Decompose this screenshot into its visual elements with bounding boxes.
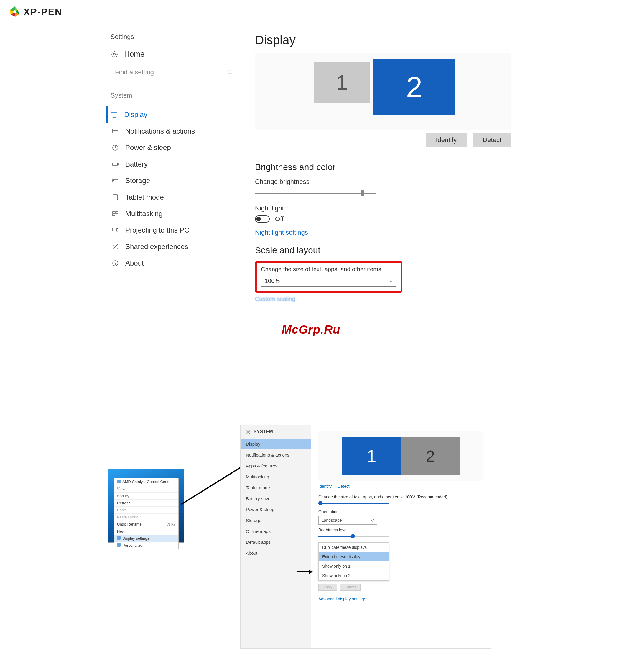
ctx-undo[interactable]: Undo RenameCtrl+Z <box>114 521 178 528</box>
brightness-slider[interactable] <box>255 189 376 198</box>
nav-shared-experiences[interactable]: Shared experiences <box>110 239 237 255</box>
monitor-1[interactable]: 1 <box>342 437 401 475</box>
brand-header: XP-PEN <box>0 0 622 21</box>
settings-title: Settings <box>110 33 237 41</box>
identify-button[interactable]: Identify <box>426 133 466 147</box>
sys-nav-display[interactable]: Display <box>241 438 311 450</box>
sys-nav-battery-saver[interactable]: Battery saver <box>241 493 311 504</box>
shared-icon <box>112 243 119 250</box>
projecting-icon <box>112 227 119 234</box>
sys-nav-storage[interactable]: Storage <box>241 515 311 526</box>
nav-power[interactable]: Power & sleep <box>110 139 237 156</box>
opt-show-1[interactable]: Show only on 1 <box>319 562 389 571</box>
gear-icon <box>245 429 250 434</box>
sys-nav-tablet-mode[interactable]: Tablet mode <box>241 482 311 493</box>
svg-line-3 <box>231 73 232 75</box>
identify-link[interactable]: Identify <box>318 484 332 489</box>
orientation-dropdown[interactable]: Landscape ▽ <box>318 516 377 525</box>
search-placeholder: Find a setting <box>115 68 154 76</box>
night-light-state: Off <box>275 215 284 223</box>
header-divider <box>9 21 613 21</box>
scale-label-2: Change the size of text, apps, and other… <box>318 495 483 499</box>
ctx-view[interactable]: View› <box>114 486 178 493</box>
multitasking-icon <box>112 210 119 217</box>
opt-extend[interactable]: Extend these displays <box>319 552 389 562</box>
sys-nav-default-apps[interactable]: Default apps <box>241 537 311 547</box>
svg-rect-4 <box>111 112 117 116</box>
chevron-down-icon: ▽ <box>389 279 393 283</box>
system-settings-window: SYSTEM Display Notifications & actions A… <box>240 425 491 649</box>
svg-rect-16 <box>113 212 115 213</box>
scale-dropdown[interactable]: 100% ▽ <box>261 275 396 287</box>
nav-display[interactable]: Display <box>106 106 237 123</box>
opt-duplicate[interactable]: Duplicate these displays <box>319 542 389 552</box>
multiple-displays-dropdown[interactable]: Duplicate these displays Extend these di… <box>318 542 389 580</box>
svg-rect-10 <box>112 163 117 165</box>
nav-storage[interactable]: Storage <box>110 172 237 189</box>
detect-link[interactable]: Detect <box>338 484 349 489</box>
personalize-icon <box>117 543 120 547</box>
ctx-display-settings[interactable]: Display settings <box>114 535 178 542</box>
svg-rect-11 <box>117 164 118 165</box>
brightness-slider-2[interactable] <box>318 534 389 538</box>
nav-projecting[interactable]: Projecting to this PC <box>110 222 237 239</box>
monitor-2[interactable]: 2 <box>401 437 460 475</box>
night-light-label: Night light <box>255 205 517 212</box>
sys-nav-notifications[interactable]: Notifications & actions <box>241 450 311 460</box>
monitor-1[interactable]: 1 <box>314 62 370 103</box>
ctx-refresh[interactable]: Refresh <box>114 500 178 507</box>
ctx-amd[interactable]: AMD Catalyst Control Center <box>114 479 178 486</box>
sys-nav-about[interactable]: About <box>241 547 311 559</box>
monitor-2[interactable]: 2 <box>373 59 455 115</box>
system-nav: Display Notifications & actions Power & … <box>110 106 237 272</box>
watermark: McGrp.Ru <box>0 323 622 336</box>
nav-notifications[interactable]: Notifications & actions <box>110 123 237 139</box>
display-arrangement-2[interactable]: 1 2 <box>318 431 483 481</box>
battery-icon <box>112 161 119 168</box>
search-input[interactable]: Find a setting <box>110 65 237 80</box>
pointer-arrow-icon <box>297 569 313 575</box>
svg-rect-6 <box>113 129 118 133</box>
display-icon <box>110 111 117 118</box>
svg-point-0 <box>13 10 16 13</box>
system-category: System <box>110 92 237 99</box>
advanced-display-settings-link[interactable]: Advanced display settings <box>318 597 483 601</box>
detect-button[interactable]: Detect <box>473 133 512 147</box>
ctx-sort[interactable]: Sort by› <box>114 493 178 500</box>
sys-nav-multitasking[interactable]: Multitasking <box>241 471 311 482</box>
display-arrangement[interactable]: 1 2 <box>255 53 512 130</box>
notifications-icon <box>112 128 119 135</box>
nav-about[interactable]: About <box>110 255 237 272</box>
svg-point-1 <box>113 53 115 55</box>
night-light-settings-link[interactable]: Night light settings <box>255 229 517 236</box>
ctx-new[interactable]: New› <box>114 528 178 535</box>
night-light-toggle[interactable] <box>255 215 270 222</box>
svg-rect-18 <box>113 214 115 216</box>
svg-point-2 <box>228 70 232 74</box>
power-icon <box>112 144 119 151</box>
chevron-down-icon: ▽ <box>371 518 374 523</box>
sys-nav-power-sleep[interactable]: Power & sleep <box>241 504 311 515</box>
home-link[interactable]: Home <box>110 49 237 59</box>
gear-icon <box>110 50 118 58</box>
ctx-personalize[interactable]: Personalize <box>114 542 178 549</box>
apply-button[interactable]: Apply <box>318 583 337 591</box>
svg-rect-19 <box>113 228 117 231</box>
xp-pen-logo-icon <box>9 6 21 18</box>
sys-nav-apps[interactable]: Apps & features <box>241 460 311 471</box>
scale-slider[interactable] <box>318 501 389 505</box>
opt-show-2[interactable]: Show only on 2 <box>319 571 389 580</box>
sys-nav-offline-maps[interactable]: Offline maps <box>241 526 311 537</box>
nav-multitasking[interactable]: Multitasking <box>110 205 237 222</box>
scale-label: Change the size of text, apps, and other… <box>261 266 396 273</box>
nav-battery[interactable]: Battery <box>110 156 237 172</box>
nav-tablet-mode[interactable]: Tablet mode <box>110 189 237 205</box>
display-settings-icon <box>117 536 120 540</box>
scale-value: 100% <box>265 278 280 284</box>
cancel-button[interactable]: Cancel <box>340 583 360 591</box>
orientation-label: Orientation <box>318 509 483 514</box>
settings-screenshot-1: Settings Home Find a setting System Disp… <box>105 33 517 303</box>
system-content: 1 2 Identify Detect Change the size of t… <box>311 425 490 648</box>
amd-icon <box>117 480 120 483</box>
custom-scaling-link[interactable]: Custom scaling <box>255 296 517 303</box>
